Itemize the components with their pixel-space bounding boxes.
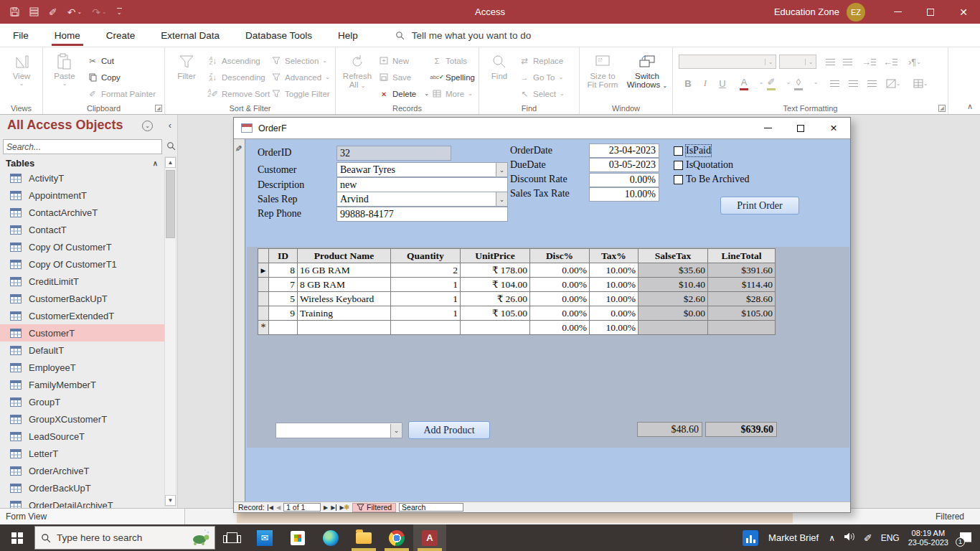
fill-color-dropdown[interactable]: ⌄ (808, 75, 824, 89)
cell-product-name[interactable]: Wireless Keyboard (298, 292, 391, 306)
rep-phone-field[interactable]: 99888-84177 (336, 207, 508, 222)
clock[interactable]: 08:19 AM23-05-2023 (908, 529, 948, 547)
chrome-app-button[interactable] (380, 524, 413, 551)
more-button[interactable]: More⌄ (432, 86, 473, 101)
table-list-item[interactable]: CreditLimitT (0, 273, 165, 290)
column-header[interactable]: Quantity (391, 249, 461, 263)
table-list-item[interactable]: OrderDetailArchiveT (0, 496, 165, 508)
align-left-icon[interactable] (826, 76, 842, 90)
column-header[interactable]: Tax% (590, 249, 639, 263)
paste-button[interactable]: Paste⌄ (46, 52, 83, 87)
task-view-button[interactable] (215, 524, 248, 551)
form-close-button[interactable]: ✕ (817, 118, 850, 138)
previous-record-icon[interactable]: ◀ (276, 504, 281, 511)
language-indicator[interactable]: ENG (881, 533, 900, 543)
font-name-combo[interactable]: ⌄ (679, 55, 776, 69)
table-list-item[interactable]: EmployeeT (0, 359, 165, 376)
orderid-field[interactable]: 32 (336, 146, 451, 161)
scroll-up-icon[interactable]: ▲ (165, 157, 176, 168)
highlight-color-icon[interactable]: ✐ (763, 76, 779, 90)
chevron-down-icon[interactable]: ⌄ (390, 424, 402, 438)
table-list-item[interactable]: CustomerExtendedT (0, 307, 165, 324)
filter-button[interactable]: Filter (168, 52, 205, 80)
row-selector[interactable] (258, 306, 269, 321)
collapse-section-icon[interactable]: ∧ (153, 159, 158, 167)
filtered-toggle[interactable]: Filtered (352, 503, 396, 512)
descending-button[interactable]: ZA↓Descending (208, 70, 265, 85)
find-button[interactable]: Find (481, 52, 518, 80)
size-to-fit-form-button[interactable]: Size to Fit Form (583, 52, 623, 89)
access-app-button[interactable]: A (413, 524, 446, 551)
table-list-item[interactable]: ContactT (0, 221, 165, 238)
scrollbar-thumb[interactable] (166, 170, 175, 238)
chevron-down-icon[interactable]: ⌄ (496, 163, 507, 176)
view-button[interactable]: View⌄ (3, 52, 40, 87)
next-record-icon[interactable]: ▶ (324, 504, 328, 511)
paragraph-direction-icon[interactable]: ›¶ ⌄ (907, 55, 923, 69)
print-order-button[interactable]: Print Order (720, 197, 799, 215)
cell-unit-price[interactable]: ₹ 178.00 (461, 263, 530, 278)
store-app-button[interactable] (281, 524, 314, 551)
cell-id[interactable]: 5 (269, 292, 298, 306)
replace-button[interactable]: ⇄Replace (519, 53, 563, 68)
record-search-input[interactable] (399, 503, 463, 512)
column-header[interactable]: LineTotal (708, 249, 776, 263)
column-header[interactable]: SalseTax (639, 249, 708, 263)
cell-tax[interactable]: 10.00% (590, 292, 639, 306)
cell-tax[interactable]: 10.00% (590, 321, 639, 335)
bold-button[interactable]: B (680, 76, 696, 90)
cell-product-name[interactable]: 16 GB RAM (298, 263, 391, 278)
cell-disc[interactable]: 0.00% (530, 321, 590, 335)
tell-me-box[interactable]: Tell me what you want to do (395, 30, 532, 41)
account-name[interactable]: Education Zone (774, 6, 839, 17)
column-header[interactable]: Product Name (298, 249, 391, 263)
table-list-item[interactable]: OrderArchiveT (0, 462, 165, 479)
table-list-item[interactable]: Copy Of CustomerT (0, 238, 165, 255)
text-formatting-dialog-launcher[interactable]: ◢ (938, 105, 946, 112)
table-list-item[interactable]: CustomerT (0, 324, 165, 342)
nav-search-icon[interactable] (166, 141, 176, 154)
format-painter-button[interactable]: ✐Format Painter (88, 86, 156, 101)
tab-create[interactable]: Create (93, 24, 149, 47)
tab-database-tools[interactable]: Database Tools (232, 24, 325, 47)
account-avatar[interactable]: EZ (847, 3, 865, 22)
cut-button[interactable]: ✂Cut (88, 53, 114, 68)
table-list-item[interactable]: Copy Of CustomerT1 (0, 255, 165, 273)
maximize-button[interactable] (914, 0, 947, 24)
file-explorer-button[interactable] (347, 524, 380, 551)
table-list-item[interactable]: GroupT (0, 393, 165, 410)
bullets-icon[interactable] (822, 55, 838, 69)
select-button[interactable]: ↖Select⌄ (519, 86, 565, 101)
shutter-bar-close-icon[interactable]: ‹ (169, 120, 171, 131)
table-list-item[interactable]: DefaultT (0, 342, 165, 359)
gridlines-icon[interactable]: ⌄ (885, 76, 901, 90)
table-list-item[interactable]: AppointmentT (0, 187, 165, 204)
horizontal-scroll-strip[interactable] (237, 513, 793, 523)
row-selector[interactable] (258, 292, 269, 306)
cell-id[interactable]: 8 (269, 263, 298, 278)
cell-unit-price[interactable]: ₹ 105.00 (461, 306, 530, 321)
customer-combo[interactable]: Beawar Tyres⌄ (336, 162, 508, 177)
row-selector[interactable]: * (258, 321, 269, 335)
copy-button[interactable]: Copy (88, 70, 121, 85)
nav-pane-menu-icon[interactable]: ⌄ (142, 121, 153, 131)
close-button[interactable]: ✕ (947, 0, 980, 24)
tab-help[interactable]: Help (325, 24, 371, 47)
font-color-icon[interactable]: A (736, 76, 752, 90)
font-size-combo[interactable]: ⌄ (779, 55, 816, 69)
table-list-item[interactable]: LeadSourceT (0, 428, 165, 445)
underline-button[interactable]: U (715, 76, 730, 90)
chevron-down-icon[interactable]: ⌄ (496, 192, 507, 206)
remove-sort-button[interactable]: AZ✐Remove Sort (208, 86, 270, 101)
ispaid-checkbox[interactable]: IsPaid (674, 145, 711, 156)
decrease-indent-icon[interactable]: → (861, 55, 877, 69)
cell-disc[interactable]: 0.00% (530, 306, 590, 321)
new-record-icon[interactable]: ▶✱ (339, 504, 349, 511)
pen-icon[interactable]: ✐ (864, 532, 872, 544)
table-style-icon[interactable]: ⌄ (913, 76, 928, 90)
spelling-button[interactable]: abc✓Spelling (432, 70, 475, 85)
record-position[interactable]: 1 of 1 (283, 503, 321, 512)
align-right-icon[interactable] (864, 76, 880, 90)
numbering-icon[interactable] (839, 55, 855, 69)
align-center-icon[interactable] (845, 76, 861, 90)
